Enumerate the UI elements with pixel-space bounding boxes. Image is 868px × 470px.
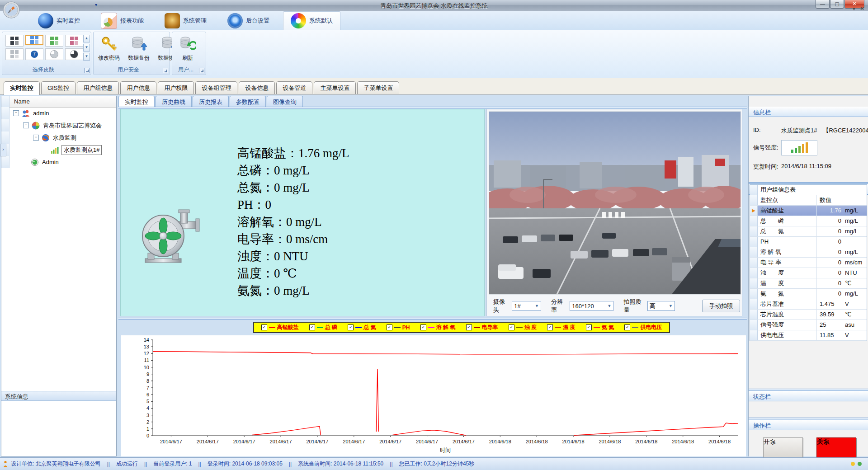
legend-item-PH[interactable]: ✓PH (387, 324, 410, 331)
title-bar[interactable]: 青岛市世界园艺博览会 水质在线监控系统 ▾ — ▢ ✕ (0, 0, 868, 11)
resolution-select[interactable]: 160*120 ▼ (570, 301, 613, 311)
dialog-launcher-icon[interactable] (84, 68, 90, 73)
analog-row-氨氮[interactable]: 氨 氮0mg/L (750, 289, 867, 299)
scroll-up-icon[interactable]: ▲ (83, 35, 90, 42)
analog-row-总氮[interactable]: 总 氮0mg/L (750, 226, 867, 237)
app-compass-icon[interactable] (2, 1, 20, 19)
legend-item-总磷[interactable]: ✓总 磷 (309, 324, 337, 331)
analog-row-溶解氧[interactable]: 溶 解 氧0mg/L (750, 247, 867, 258)
main-tab-用户组信息[interactable]: 用户组信息 (77, 81, 119, 94)
analog-row-电导率[interactable]: 电 导 率0ms/cm (750, 258, 867, 268)
legend-item-溶解氧[interactable]: ✓溶 解 氧 (420, 324, 456, 331)
skin-tile-4[interactable] (5, 48, 24, 60)
view-tab-历史曲线[interactable]: 历史曲线 (156, 96, 192, 108)
main-tab-主菜单设置[interactable]: 主菜单设置 (314, 81, 356, 94)
manual-capture-button[interactable]: 手动拍照 (702, 300, 740, 312)
view-tab-实时监控[interactable]: 实时监控 (118, 96, 155, 108)
dialog-launcher-icon[interactable] (163, 68, 168, 73)
tab-list-dropdown-icon[interactable]: ▾ (853, 5, 855, 12)
svg-text:2014/6/18: 2014/6/18 (489, 439, 511, 444)
legend-checkbox-icon[interactable]: ✓ (261, 324, 267, 330)
minimize-button[interactable]: — (816, 0, 830, 9)
tree-item-青岛市世界园艺博览会[interactable]: −青岛市世界园艺博览会 (1, 119, 116, 132)
tree-expander-icon[interactable]: − (33, 135, 39, 141)
tree-item-admin[interactable]: −admin (1, 107, 116, 119)
ribbon-tab-label: 系统管理 (183, 17, 207, 25)
legend-item-氨氮[interactable]: ✓氨 氮 (586, 324, 614, 331)
analog-row-PH[interactable]: PH0 (750, 237, 867, 247)
pump-stop-button[interactable]: 关泵 (816, 437, 856, 459)
system-info-section-header[interactable]: 系统信息 (1, 391, 116, 401)
ribbon-tab-系统默认[interactable]: 系统默认 (283, 11, 340, 30)
maximize-button[interactable]: ▢ (830, 0, 844, 9)
ribbon-button-刷新[interactable]: 刷新 (175, 36, 200, 62)
skin-tile-0[interactable] (5, 35, 24, 47)
main-tab-设备组管理[interactable]: 设备组管理 (195, 81, 237, 94)
ribbon-button-数据备份[interactable]: 数据备份 (126, 36, 151, 62)
tree-item-水质监测[interactable]: −水质监测 (1, 132, 116, 144)
legend-checkbox-icon[interactable]: ✓ (586, 324, 592, 330)
analog-row-浊度[interactable]: 浊 度0NTU (750, 268, 867, 278)
panel-collapse-arrow[interactable]: › (0, 144, 6, 156)
analog-row-芯片温度[interactable]: 芯片温度39.59℃ (750, 310, 867, 320)
main-tab-实时监控[interactable]: 实时监控 (4, 81, 40, 95)
camera-select[interactable]: 1# ▼ (512, 301, 541, 311)
tree-expander-icon[interactable]: − (13, 110, 19, 116)
info-section-header[interactable]: 信息栏 (749, 107, 868, 117)
analog-row-芯片基准[interactable]: 芯片基准1.475V (750, 299, 867, 310)
skin-tile-3[interactable] (65, 35, 83, 47)
skin-tile-6[interactable] (45, 48, 63, 60)
pump-start-button[interactable]: 开泵 (763, 437, 803, 459)
analog-row-高锰酸盐[interactable]: ▶高锰酸盐1.76mg/L (750, 206, 867, 216)
main-tab-用户权限[interactable]: 用户权限 (158, 81, 194, 94)
legend-checkbox-icon[interactable]: ✓ (624, 324, 630, 330)
legend-item-电导率[interactable]: ✓电导率 (466, 324, 498, 331)
tree-item-Admin[interactable]: Admin (1, 156, 116, 168)
ribbon-tab-后台设置[interactable]: 后台设置 (220, 12, 277, 30)
main-tab-设备信息[interactable]: 设备信息 (239, 81, 275, 94)
legend-item-供电电压[interactable]: ✓供电电压 (624, 324, 662, 331)
legend-item-总氮[interactable]: ✓总 氮 (348, 324, 376, 331)
id-label: ID: (753, 127, 761, 133)
main-tab-用户信息[interactable]: 用户信息 (120, 81, 156, 94)
ribbon-button-修改密码[interactable]: 修改密码 (96, 36, 122, 62)
legend-checkbox-icon[interactable]: ✓ (509, 324, 514, 330)
quick-access-caret-icon[interactable]: ▾ (95, 2, 97, 7)
skin-tile-2[interactable] (45, 35, 63, 47)
tab-close-icon[interactable]: ✕ (860, 5, 864, 12)
main-tab-子菜单设置[interactable]: 子菜单设置 (357, 81, 399, 94)
legend-checkbox-icon[interactable]: ✓ (387, 324, 392, 330)
analog-row-label: 高锰酸盐 (758, 206, 817, 216)
tree-item-水质监测点1#[interactable]: 水质监测点1# (1, 144, 116, 156)
legend-checkbox-icon[interactable]: ✓ (420, 324, 426, 330)
view-tab-图像查询[interactable]: 图像查询 (267, 96, 303, 108)
operation-section-header[interactable]: 操作栏 (749, 420, 868, 430)
skin-tile-7[interactable] (65, 48, 83, 60)
main-tab-GIS监控[interactable]: GIS监控 (41, 81, 75, 94)
ribbon-tab-报表功能[interactable]: 报表功能 (94, 12, 151, 30)
analog-row-信号强度[interactable]: 信号强度25asu (750, 320, 867, 330)
legend-item-温度[interactable]: ✓温 度 (547, 324, 575, 331)
skin-tile-5[interactable]: 7 (25, 48, 43, 60)
ribbon-tab-实时监控[interactable]: 实时监控 (31, 12, 87, 30)
legend-checkbox-icon[interactable]: ✓ (309, 324, 315, 330)
analog-row-总磷[interactable]: 总 磷0mg/L (750, 216, 867, 226)
analog-row-供电电压[interactable]: 供电电压11.85V (750, 330, 867, 341)
analog-row-温度[interactable]: 温 度0℃ (750, 278, 867, 289)
legend-checkbox-icon[interactable]: ✓ (348, 324, 354, 330)
quality-select[interactable]: 高 ▼ (647, 301, 675, 311)
legend-item-浊度[interactable]: ✓浊 度 (509, 324, 537, 331)
ribbon-tab-系统管理[interactable]: 系统管理 (157, 12, 214, 30)
main-tab-设备管道[interactable]: 设备管道 (276, 81, 312, 94)
dialog-launcher-icon[interactable] (199, 68, 204, 73)
scroll-down-icon[interactable]: ▼ (83, 44, 90, 52)
legend-checkbox-icon[interactable]: ✓ (466, 324, 472, 330)
status-section-header[interactable]: 状态栏 (749, 391, 868, 401)
tree-expander-icon[interactable]: − (23, 122, 29, 128)
view-tab-历史报表[interactable]: 历史报表 (193, 96, 229, 108)
gallery-expand-icon[interactable]: ▼ (83, 53, 90, 61)
legend-checkbox-icon[interactable]: ✓ (547, 324, 553, 330)
legend-item-高锰酸盐[interactable]: ✓高锰酸盐 (261, 324, 299, 331)
view-tab-参数配置[interactable]: 参数配置 (230, 96, 266, 108)
skin-tile-1[interactable] (25, 35, 43, 45)
